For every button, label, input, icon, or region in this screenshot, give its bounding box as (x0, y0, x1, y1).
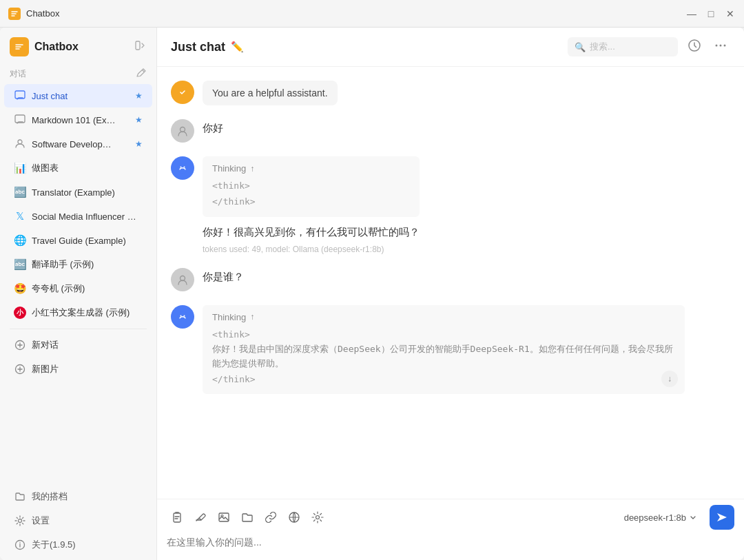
more-menu-button[interactable] (711, 36, 730, 58)
sidebar-item-social[interactable]: 𝕏 Social Media Influencer … (4, 205, 152, 228)
maximize-button[interactable]: □ (705, 8, 716, 19)
model-label: deepseek-r1:8b (624, 512, 686, 523)
translator-label: Translator (Example) (32, 187, 143, 198)
user-bubble-1: 你好 (203, 119, 223, 138)
title-area: Just chat ✏️ (171, 40, 244, 54)
info-icon (14, 539, 26, 551)
software-star: ★ (135, 139, 143, 149)
scroll-down-button[interactable]: ↓ (661, 371, 678, 387)
system-avatar (171, 81, 194, 104)
message-user-1: 你好 (171, 119, 730, 143)
person-icon (14, 138, 26, 150)
chat-title: Just chat (171, 40, 225, 54)
translate2-icon: 🔤 (14, 258, 26, 271)
svg-point-23 (184, 315, 185, 316)
app-body: Chatbox 对话 Just chat ★ (0, 28, 744, 560)
close-button[interactable]: ✕ (725, 8, 736, 19)
sidebar-header: Chatbox (0, 28, 156, 63)
ai-message-2-content: Thinking ↑ <think> 你好！我是由中国的深度求索（DeepSee… (203, 305, 685, 401)
chat-toolbar: deepseek-r1:8b (157, 499, 744, 534)
sidebar-item-chart[interactable]: 📊 做图表 (4, 156, 152, 180)
svg-point-8 (19, 519, 22, 523)
chart-icon: 📊 (14, 162, 26, 174)
sidebar-items-list: Just chat ★ Markdown 101 (Ex… ★ Software… (0, 83, 156, 479)
new-chat-label: 新对话 (32, 339, 59, 351)
chat-icon (14, 90, 26, 102)
folder-icon (14, 490, 26, 503)
chart-label: 做图表 (32, 162, 143, 174)
svg-rect-24 (174, 513, 180, 522)
system-message-content: You are a helpful assistant. (203, 81, 338, 105)
sidebar-item-translator[interactable]: 🔤 Translator (Example) (4, 180, 152, 204)
ai-meta-1: tokens used: 49, model: Ollama (deepseek… (203, 245, 420, 254)
plus-icon (14, 339, 26, 351)
chat-input[interactable] (167, 537, 734, 548)
svg-point-22 (180, 315, 182, 316)
sidebar-logo: Chatbox (10, 37, 79, 56)
title-bar-left: Chatbox (8, 8, 59, 20)
sidebar: Chatbox 对话 Just chat ★ (0, 28, 157, 560)
search-placeholder: 搜索... (590, 41, 615, 53)
xiaohongshu-label: 小红书文案生成器 (示例) (32, 307, 143, 319)
chat-icon-2 (14, 114, 26, 126)
new-conversation-icon[interactable] (136, 68, 147, 81)
sidebar-item-markdown[interactable]: Markdown 101 (Ex… ★ (4, 108, 152, 132)
new-image-button[interactable]: 新图片 (4, 357, 152, 381)
sidebar-item-software[interactable]: Software Develop… ★ (4, 132, 152, 156)
globe-button[interactable] (284, 507, 304, 528)
message-system: You are a helpful assistant. (171, 81, 730, 105)
sidebar-item-travel[interactable]: 🌐 Travel Guide (Example) (4, 229, 152, 252)
link-button[interactable] (260, 507, 281, 528)
settings2-button[interactable] (307, 507, 328, 528)
new-chat-button[interactable]: 新对话 (4, 333, 152, 357)
thinking-toggle-1[interactable]: ↑ (250, 164, 254, 174)
settings-label: 设置 (32, 515, 50, 527)
thinking-header-1: Thinking ↑ (212, 163, 410, 174)
clipboard-button[interactable] (167, 507, 187, 528)
red-icon: 小 (14, 307, 26, 319)
search-box[interactable]: 🔍 搜索... (568, 37, 678, 56)
twitter-icon: 𝕏 (14, 210, 26, 222)
minimize-button[interactable]: — (686, 8, 697, 19)
header-actions: 🔍 搜索... (568, 36, 730, 58)
globe-icon: 🌐 (14, 234, 26, 247)
about-button[interactable]: 关于(1.9.5) (4, 533, 152, 557)
logo-text: Chatbox (34, 41, 79, 53)
new-image-label: 新图片 (32, 363, 59, 375)
travel-label: Travel Guide (Example) (32, 236, 143, 246)
thinking-toggle-2[interactable]: ↑ (250, 312, 254, 322)
user-avatar-1 (171, 119, 194, 143)
markdown-star: ★ (135, 115, 143, 125)
folder-button[interactable] (237, 507, 258, 528)
logo-icon (10, 37, 29, 56)
my-files-button[interactable]: 我的搭档 (4, 485, 152, 508)
plus-img-icon (14, 363, 26, 375)
sidebar-item-translate-helper[interactable]: 🔤 翻译助手 (示例) (4, 253, 152, 276)
sidebar-item-just-chat[interactable]: Just chat ★ (4, 84, 152, 107)
user-avatar-2 (171, 268, 194, 291)
model-selector[interactable]: deepseek-r1:8b (619, 510, 703, 526)
history-button[interactable] (685, 36, 704, 58)
sidebar-item-praiser[interactable]: 🤩 夸夸机 (示例) (4, 277, 152, 300)
sidebar-divider (10, 329, 147, 329)
system-bubble: You are a helpful assistant. (203, 81, 338, 105)
svg-point-19 (184, 167, 185, 168)
sidebar-collapse-button[interactable] (134, 39, 147, 55)
message-user-2: 你是谁？ (171, 268, 730, 291)
image-button[interactable] (214, 507, 234, 528)
settings-button[interactable]: 设置 (4, 509, 152, 532)
send-button[interactable] (710, 505, 734, 530)
my-files-label: 我的搭档 (32, 490, 68, 503)
sidebar-bottom: 我的搭档 设置 关于(1.9.5) (0, 479, 156, 560)
sidebar-item-xiaohongshu[interactable]: 小 小红书文案生成器 (示例) (4, 301, 152, 324)
user-bubble-2: 你是谁？ (203, 268, 244, 287)
thinking-block-2: Thinking ↑ <think> 你好！我是由中国的深度求索（DeepSee… (203, 305, 685, 394)
app-icon (8, 8, 21, 20)
star-face-icon: 🤩 (14, 282, 26, 295)
translate-icon: 🔤 (14, 186, 26, 198)
eraser-button[interactable] (190, 507, 211, 528)
social-label: Social Media Influencer … (32, 211, 143, 222)
edit-title-icon[interactable]: ✏️ (231, 41, 244, 53)
main-header: Just chat ✏️ 🔍 搜索... (157, 28, 744, 67)
just-chat-star: ★ (135, 91, 143, 101)
